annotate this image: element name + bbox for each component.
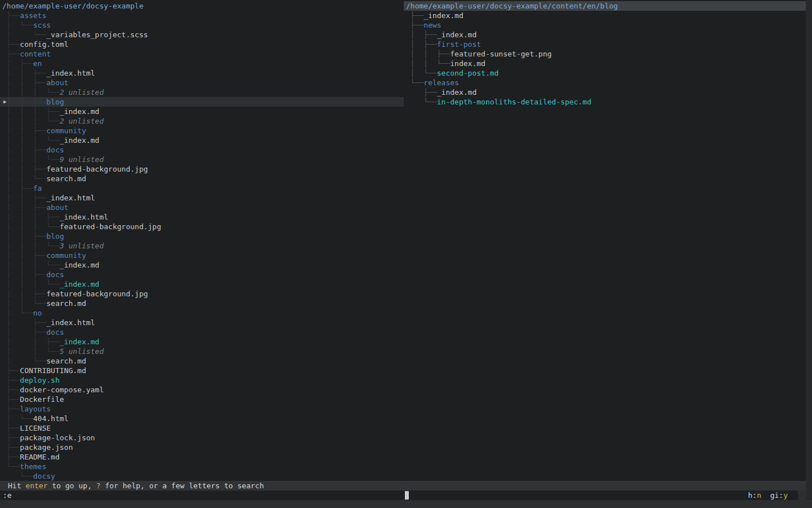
tree-row[interactable]: │ └──search.md <box>0 356 404 366</box>
tree-row[interactable]: │ │ ├──_index.html <box>0 68 404 78</box>
tree-row[interactable]: │ │ └──5 unlisted <box>0 347 404 356</box>
tree-row[interactable]: │ ├──_index.md <box>404 30 806 40</box>
tree-row[interactable]: │ │ ├──featured-background.jpg <box>0 164 404 174</box>
command-input[interactable]: :e <box>3 491 12 500</box>
tree-row[interactable]: ├──README.md <box>0 452 404 462</box>
tree-branch-lines: └── <box>406 78 423 87</box>
entry-name: _index.md <box>60 136 99 144</box>
tree-row[interactable]: ├──_index.md <box>404 87 806 97</box>
tree-branch-lines: │ │ ├── <box>2 270 46 279</box>
entry-name: _variables_project.scss <box>46 30 148 39</box>
entry-name: about <box>46 203 68 212</box>
tree-row[interactable]: │ ├──en <box>0 59 404 68</box>
tree-branch-lines: │ │ └── <box>2 174 46 183</box>
tree-branch-lines: ├── <box>2 453 20 461</box>
entry-name: blog <box>46 98 64 106</box>
tree-row[interactable]: │ │ ├──_index.html <box>0 193 404 203</box>
left-panel-root-path[interactable]: /home/example-user/docsy-example <box>0 1 404 11</box>
entry-name: docs <box>46 328 64 336</box>
entry-name: community <box>46 251 86 260</box>
text-cursor <box>405 491 409 500</box>
tree-row[interactable]: ├──assets <box>0 11 404 20</box>
tree-row[interactable]: ├──CONTRIBUTING.md <box>0 366 404 375</box>
tree-row[interactable]: │ └──second-post.md <box>404 68 806 78</box>
right-panel-root-path[interactable]: /home/example-user/docsy-example/content… <box>404 1 806 11</box>
tree-row[interactable]: │ │ │ └──2 unlisted <box>0 87 404 97</box>
tree-row[interactable]: │ │ ├──blog <box>0 231 404 241</box>
tree-row[interactable]: │ │ │ └──_index.md <box>0 135 404 145</box>
tree-row[interactable]: │ ├──_index.html <box>0 318 404 327</box>
tree-row[interactable]: │ │ └──search.md <box>0 174 404 183</box>
tree-branch-lines: │ │ │ └── <box>2 222 60 231</box>
command-input-row[interactable]: :e h:n gi:y <box>0 491 798 500</box>
entry-name: search.md <box>46 357 86 365</box>
entry-name: news <box>423 21 441 29</box>
entry-name: package.json <box>20 443 73 452</box>
entry-name: _index.md <box>437 30 476 39</box>
tree-row[interactable]: ├──news <box>404 20 806 30</box>
tree-row[interactable]: ├──Dockerfile <box>0 395 404 404</box>
tree-row[interactable]: ├──content <box>0 49 404 59</box>
entry-name: LICENSE <box>20 424 51 432</box>
tree-row[interactable]: │ │ ├──docs <box>0 270 404 279</box>
tree-branch-lines: │ │ ├── <box>2 146 46 154</box>
tree-branch-lines: │ └── <box>2 21 33 29</box>
tree-row[interactable]: │ │ └──search.md <box>0 299 404 308</box>
tree-row[interactable]: └──in-depth-monoliths-detailed-spec.md <box>404 97 806 107</box>
tree-row[interactable]: │ │ │ └──_index.md <box>0 260 404 270</box>
tree-row[interactable]: │ │ ├──featured-background.jpg <box>0 289 404 299</box>
tree-row[interactable]: │ └──scss <box>0 20 404 30</box>
tree-branch-lines: │ ├── <box>2 59 33 68</box>
tree-row[interactable]: │ │ │ ├──_index.md <box>0 107 404 116</box>
tree-branch-lines: │ └── <box>2 414 33 423</box>
tree-row[interactable]: │ │ │ └──3 unlisted <box>0 241 404 251</box>
tree-row[interactable]: ├──package-lock.json <box>0 433 404 443</box>
tree-row[interactable]: ├──LICENSE <box>0 423 404 433</box>
tree-row[interactable]: │ │ ├──community <box>0 126 404 135</box>
tree-row[interactable]: │ └──no <box>0 308 404 318</box>
entry-name: CONTRIBUTING.md <box>20 366 86 375</box>
tree-row[interactable]: │ │ │ └──9 unlisted <box>0 155 404 164</box>
tree-row[interactable]: ├──docker-compose.yaml <box>0 385 404 395</box>
tree-row[interactable]: ├──config.toml <box>0 40 404 49</box>
tree-row[interactable]: └──docsy <box>0 471 404 481</box>
tree-row[interactable]: └──releases <box>404 78 806 87</box>
tree-row[interactable]: │ │ └──index.md <box>404 59 806 68</box>
tree-row[interactable]: │ │ ├──community <box>0 251 404 260</box>
tree-row[interactable]: │ ├──docs <box>0 327 404 337</box>
tree-row[interactable]: │ ├──first-post <box>404 40 806 49</box>
tree-row[interactable]: ├──_index.md <box>404 11 806 20</box>
tree-branch-lines: │ │ ├── <box>2 194 46 202</box>
tree-row[interactable]: │ │ ├──_index.md <box>0 337 404 347</box>
entry-name: deploy.sh <box>20 376 59 384</box>
tree-row[interactable]: │ │ ├──about <box>0 78 404 87</box>
tree-row[interactable]: │ │ ├──docs <box>0 145 404 155</box>
entry-name: search.md <box>46 299 86 308</box>
tree-branch-lines: ├── <box>2 50 20 58</box>
tree-row[interactable]: │ ├──fa <box>0 183 404 193</box>
tree-row[interactable]: ├──deploy.sh <box>0 375 404 385</box>
tree-row[interactable]: │ │ ├──about <box>0 203 404 212</box>
tree-row[interactable]: ├──layouts <box>0 404 404 414</box>
tree-row[interactable]: └──themes <box>0 462 404 471</box>
tree-branch-lines: ├── <box>406 11 423 20</box>
tree-row[interactable]: │ │ │ └──2 unlisted <box>0 116 404 126</box>
tree-row[interactable]: ▶ │ │ ├──blog <box>0 97 404 107</box>
entry-name: 2 unlisted <box>60 117 104 125</box>
tree-branch-lines: │ │ ├── <box>2 232 46 240</box>
entry-name: releases <box>423 78 459 87</box>
tree-row[interactable]: ├──package.json <box>0 443 404 452</box>
tree-branch-lines: │ │ │ └── <box>2 261 60 269</box>
entry-name: 9 unlisted <box>60 155 104 164</box>
tree-row[interactable]: │ │ │ └──featured-background.jpg <box>0 222 404 231</box>
tree-row[interactable]: │ └──_variables_project.scss <box>0 30 404 40</box>
tree-row[interactable]: │ │ │ ├──_index.html <box>0 212 404 222</box>
entry-name: scss <box>33 21 51 29</box>
tree-row[interactable]: │ │ │ └──_index.md <box>0 279 404 289</box>
entry-name: 2 unlisted <box>60 88 104 97</box>
tree-row[interactable]: │ │ ├──featured-sunset-get.png <box>404 49 806 59</box>
tree-row[interactable]: │ └──404.html <box>0 414 404 423</box>
tree-branch-lines: │ ├── <box>2 318 46 327</box>
entry-name: _index.md <box>60 338 99 346</box>
entry-name: _index.md <box>437 88 476 97</box>
